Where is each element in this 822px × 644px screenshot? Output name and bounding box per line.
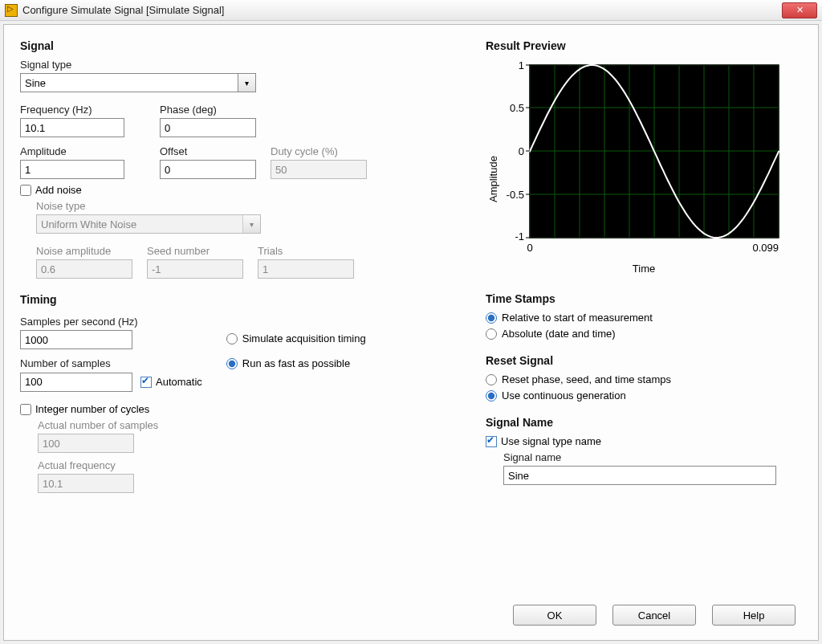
noise-type-dropdown: Uniform White Noise: [36, 214, 261, 234]
titlebar: Configure Simulate Signal [Simulate Sign…: [0, 0, 822, 21]
integer-cycles-checkbox[interactable]: [20, 404, 31, 415]
sim-acq-radio[interactable]: [226, 333, 238, 344]
add-noise-checkbox[interactable]: [20, 185, 31, 196]
sim-acq-label: Simulate acquisition timing: [242, 332, 366, 344]
trials-input: [258, 259, 354, 279]
noise-type-label: Noise type: [36, 200, 454, 212]
help-button[interactable]: Help: [712, 605, 796, 626]
reset-phase-radio[interactable]: [486, 374, 497, 385]
noise-amp-label: Noise amplitude: [36, 245, 132, 257]
offset-label: Offset: [160, 145, 256, 157]
amplitude-input[interactable]: [20, 160, 124, 179]
add-noise-checkbox-row: Add noise: [20, 184, 454, 196]
continuous-radio[interactable]: [486, 390, 497, 401]
run-fast-label: Run as fast as possible: [242, 357, 350, 369]
preview-svg: 1 0.5 0 -0.5 -1 0 0.099 Amplitude: [486, 59, 784, 259]
actual-samples-label: Actual number of samples: [38, 419, 454, 431]
num-samples-input[interactable]: [20, 373, 132, 392]
signal-type-dropdown[interactable]: Sine: [20, 73, 256, 92]
preview-chart: 1 0.5 0 -0.5 -1 0 0.099 Amplitude: [486, 59, 784, 259]
signal-type-label: Signal type: [20, 59, 454, 71]
phase-label: Phase (deg): [160, 104, 256, 116]
signal-heading: Signal: [20, 39, 454, 52]
actual-samples-input: [38, 434, 134, 453]
ts-absolute-radio[interactable]: [486, 328, 497, 340]
trials-label: Trials: [258, 245, 354, 257]
noise-type-value: Uniform White Noise: [41, 218, 136, 230]
svg-text:0: 0: [519, 145, 524, 157]
frequency-input[interactable]: [20, 118, 124, 137]
ts-relative-radio[interactable]: [486, 312, 497, 324]
close-button[interactable]: ✕: [782, 2, 817, 18]
ts-absolute-label: Absolute (date and time): [502, 328, 616, 340]
svg-text:0.5: 0.5: [510, 102, 524, 114]
svg-text:-1: -1: [515, 230, 524, 243]
app-icon: [5, 4, 18, 17]
offset-input[interactable]: [160, 160, 256, 179]
actual-freq-input: [38, 474, 134, 493]
seed-label: Seed number: [147, 245, 243, 257]
svg-text:1: 1: [519, 59, 524, 71]
ts-relative-label: Relative to start of measurement: [502, 312, 653, 324]
integer-cycles-label: Integer number of cycles: [35, 403, 149, 415]
signal-type-value: Sine: [25, 77, 46, 89]
svg-text:0.099: 0.099: [752, 242, 779, 254]
add-noise-label: Add noise: [35, 184, 82, 196]
chevron-down-icon[interactable]: [238, 74, 255, 92]
preview-heading: Result Preview: [486, 39, 802, 52]
frequency-label: Frequency (Hz): [20, 104, 124, 116]
x-axis-label: Time: [486, 263, 802, 275]
signal-name-label: Signal name: [503, 451, 802, 463]
svg-text:-0.5: -0.5: [507, 189, 524, 201]
duty-cycle-input: [271, 160, 367, 179]
dialog-body: Signal Signal type Sine Frequency (Hz) P…: [3, 24, 819, 641]
signal-name-input[interactable]: [503, 466, 776, 485]
timing-heading: Timing: [20, 293, 454, 306]
run-fast-radio[interactable]: [226, 358, 238, 369]
num-samples-label: Number of samples: [20, 357, 202, 369]
reset-heading: Reset Signal: [486, 354, 802, 367]
cancel-button[interactable]: Cancel: [612, 605, 696, 626]
use-type-name-label: Use signal type name: [501, 435, 601, 447]
window-title: Configure Simulate Signal [Simulate Sign…: [22, 4, 224, 16]
noise-amp-input: [36, 259, 132, 279]
samples-sec-input[interactable]: [20, 330, 132, 349]
samples-sec-label: Samples per second (Hz): [20, 316, 202, 328]
svg-text:0: 0: [527, 242, 532, 254]
signame-heading: Signal Name: [486, 416, 802, 429]
chevron-down-icon: [242, 215, 260, 233]
svg-text:Amplitude: Amplitude: [487, 156, 499, 202]
actual-freq-label: Actual frequency: [38, 459, 454, 471]
automatic-checkbox[interactable]: [140, 377, 152, 388]
seed-input: [147, 259, 243, 279]
duty-cycle-label: Duty cycle (%): [271, 145, 367, 157]
amplitude-label: Amplitude: [20, 145, 124, 157]
continuous-label: Use continuous generation: [502, 389, 626, 401]
use-type-name-checkbox[interactable]: [486, 436, 497, 447]
phase-input[interactable]: [160, 118, 256, 137]
ok-button[interactable]: OK: [513, 605, 596, 626]
reset-phase-label: Reset phase, seed, and time stamps: [502, 373, 671, 385]
automatic-label: Automatic: [156, 376, 202, 388]
timestamps-heading: Time Stamps: [486, 292, 802, 305]
